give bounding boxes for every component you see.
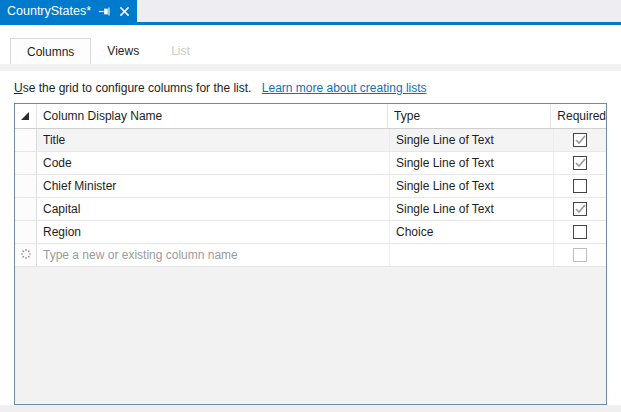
active-tab-accent-line xyxy=(0,22,621,25)
tab-columns[interactable]: Columns xyxy=(10,38,91,64)
document-tab-countrystates[interactable]: CountryStates* xyxy=(0,0,137,22)
close-icon[interactable] xyxy=(118,4,131,18)
new-column-type-cell[interactable] xyxy=(390,244,554,266)
designer-tab-bar: Columns Views List xyxy=(10,38,206,64)
new-row-header-cell xyxy=(15,244,37,266)
required-checkbox-disabled xyxy=(573,248,587,262)
required-checkbox[interactable] xyxy=(573,179,587,193)
tab-views[interactable]: Views xyxy=(91,38,155,64)
column-name-cell[interactable]: Code xyxy=(37,152,390,174)
new-column-required-cell xyxy=(554,244,606,266)
document-tab-strip: CountryStates* xyxy=(0,0,621,22)
row-header-cell[interactable] xyxy=(15,198,37,220)
row-header-cell[interactable] xyxy=(15,129,37,151)
required-checkbox[interactable] xyxy=(573,202,587,216)
row-header-cell[interactable] xyxy=(15,152,37,174)
column-row: Region Choice xyxy=(15,221,606,244)
required-checkbox[interactable] xyxy=(573,156,587,170)
required-checkbox[interactable] xyxy=(573,225,587,239)
column-row: Capital Single Line of Text xyxy=(15,198,606,221)
instruction-text: Use the grid to configure columns for th… xyxy=(14,81,427,95)
column-name-cell[interactable]: Region xyxy=(37,221,390,243)
column-required-cell xyxy=(554,221,606,243)
column-type-cell[interactable]: Single Line of Text xyxy=(390,152,554,174)
new-column-name-input[interactable]: Type a new or existing column name xyxy=(37,244,390,266)
column-type-cell[interactable]: Single Line of Text xyxy=(390,198,554,220)
tab-list: List xyxy=(155,38,206,64)
select-all-triangle-icon xyxy=(21,112,29,120)
column-required-cell xyxy=(554,175,606,197)
header-required: Required xyxy=(551,104,606,128)
select-all-corner[interactable] xyxy=(15,104,37,128)
column-required-cell xyxy=(554,129,606,151)
bottom-margin-strip xyxy=(0,405,621,412)
instruction-accel-letter: U xyxy=(14,81,23,95)
column-type-cell[interactable]: Single Line of Text xyxy=(390,175,554,197)
learn-more-link[interactable]: Learn more about creating lists xyxy=(262,81,427,95)
row-header-cell[interactable] xyxy=(15,175,37,197)
header-type: Type xyxy=(388,104,551,128)
column-type-cell[interactable]: Choice xyxy=(390,221,554,243)
column-name-cell[interactable]: Capital xyxy=(37,198,390,220)
grid-rows: Title Single Line of Text Code Single Li… xyxy=(15,129,606,244)
new-column-row: Type a new or existing column name xyxy=(15,244,606,267)
column-row: Title Single Line of Text xyxy=(15,129,606,152)
tab-bar-bottom-band xyxy=(0,64,621,71)
header-column-display-name: Column Display Name xyxy=(37,104,388,128)
column-row: Code Single Line of Text xyxy=(15,152,606,175)
grid-header-row: Column Display Name Type Required xyxy=(15,104,606,129)
row-header-cell[interactable] xyxy=(15,221,37,243)
column-name-cell[interactable]: Chief Minister xyxy=(37,175,390,197)
column-required-cell xyxy=(554,198,606,220)
instruction-body: se the grid to configure columns for the… xyxy=(23,81,252,95)
column-required-cell xyxy=(554,152,606,174)
columns-grid: Column Display Name Type Required Title … xyxy=(14,103,607,405)
column-type-cell[interactable]: Single Line of Text xyxy=(390,129,554,151)
column-row: Chief Minister Single Line of Text xyxy=(15,175,606,198)
required-checkbox[interactable] xyxy=(573,133,587,147)
column-name-cell[interactable]: Title xyxy=(37,129,390,151)
document-tab-title: CountryStates* xyxy=(7,4,91,18)
pin-icon[interactable] xyxy=(98,4,111,18)
new-row-spinner-icon xyxy=(20,248,32,263)
